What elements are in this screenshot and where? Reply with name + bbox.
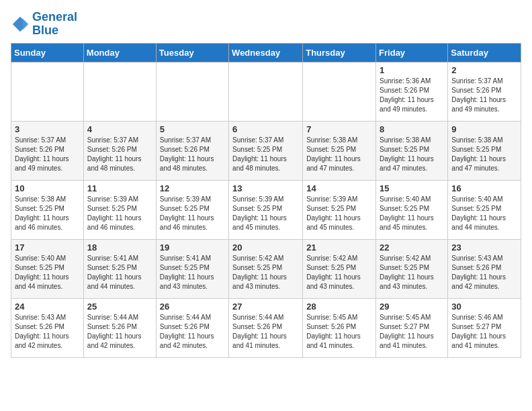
calendar-cell: 28Sunrise: 5:45 AM Sunset: 5:26 PM Dayli… bbox=[303, 298, 376, 357]
header-row: SundayMondayTuesdayWednesdayThursdayFrid… bbox=[11, 43, 521, 62]
day-number: 29 bbox=[380, 302, 444, 312]
day-number: 2 bbox=[451, 65, 517, 75]
day-number: 13 bbox=[232, 183, 299, 193]
calendar-cell: 3Sunrise: 5:37 AM Sunset: 5:26 PM Daylig… bbox=[11, 121, 84, 180]
cell-info: Sunrise: 5:38 AM Sunset: 5:25 PM Dayligh… bbox=[15, 195, 80, 232]
day-number: 7 bbox=[306, 124, 372, 134]
calendar-cell: 16Sunrise: 5:40 AM Sunset: 5:25 PM Dayli… bbox=[448, 180, 521, 239]
week-row-4: 17Sunrise: 5:40 AM Sunset: 5:25 PM Dayli… bbox=[11, 239, 521, 298]
day-number: 25 bbox=[87, 302, 152, 312]
cell-info: Sunrise: 5:41 AM Sunset: 5:25 PM Dayligh… bbox=[87, 254, 152, 291]
day-number: 11 bbox=[87, 183, 152, 193]
col-header-thursday: Thursday bbox=[303, 43, 376, 62]
cell-info: Sunrise: 5:45 AM Sunset: 5:27 PM Dayligh… bbox=[380, 313, 444, 351]
day-number: 14 bbox=[306, 183, 372, 193]
cell-info: Sunrise: 5:37 AM Sunset: 5:26 PM Dayligh… bbox=[15, 136, 80, 173]
day-number: 3 bbox=[15, 124, 80, 134]
cell-info: Sunrise: 5:44 AM Sunset: 5:26 PM Dayligh… bbox=[232, 313, 299, 351]
col-header-wednesday: Wednesday bbox=[229, 43, 303, 62]
calendar-cell: 4Sunrise: 5:37 AM Sunset: 5:26 PM Daylig… bbox=[83, 121, 156, 180]
calendar-cell: 19Sunrise: 5:41 AM Sunset: 5:25 PM Dayli… bbox=[156, 239, 228, 298]
cell-info: Sunrise: 5:42 AM Sunset: 5:25 PM Dayligh… bbox=[306, 254, 372, 291]
day-number: 4 bbox=[87, 124, 152, 134]
calendar-cell: 13Sunrise: 5:39 AM Sunset: 5:25 PM Dayli… bbox=[229, 180, 303, 239]
day-number: 28 bbox=[306, 302, 372, 312]
col-header-saturday: Saturday bbox=[448, 43, 521, 62]
calendar-cell: 17Sunrise: 5:40 AM Sunset: 5:25 PM Dayli… bbox=[11, 239, 84, 298]
svg-marker-1 bbox=[23, 18, 28, 30]
week-row-2: 3Sunrise: 5:37 AM Sunset: 5:26 PM Daylig… bbox=[11, 121, 521, 180]
week-row-3: 10Sunrise: 5:38 AM Sunset: 5:25 PM Dayli… bbox=[11, 180, 521, 239]
calendar-cell: 21Sunrise: 5:42 AM Sunset: 5:25 PM Dayli… bbox=[303, 239, 376, 298]
logo-icon bbox=[11, 15, 30, 34]
day-number: 20 bbox=[232, 242, 299, 253]
cell-info: Sunrise: 5:38 AM Sunset: 5:25 PM Dayligh… bbox=[451, 136, 517, 173]
calendar-cell: 29Sunrise: 5:45 AM Sunset: 5:27 PM Dayli… bbox=[376, 298, 448, 357]
day-number: 22 bbox=[380, 242, 444, 253]
day-number: 30 bbox=[451, 302, 517, 312]
day-number: 27 bbox=[232, 302, 299, 312]
calendar-cell: 18Sunrise: 5:41 AM Sunset: 5:25 PM Dayli… bbox=[83, 239, 156, 298]
logo: General Blue bbox=[11, 11, 77, 38]
day-number: 16 bbox=[451, 183, 517, 193]
week-row-5: 24Sunrise: 5:43 AM Sunset: 5:26 PM Dayli… bbox=[11, 298, 521, 357]
calendar-cell: 25Sunrise: 5:44 AM Sunset: 5:26 PM Dayli… bbox=[83, 298, 156, 357]
calendar-cell bbox=[229, 62, 303, 121]
cell-info: Sunrise: 5:44 AM Sunset: 5:26 PM Dayligh… bbox=[87, 313, 152, 351]
col-header-monday: Monday bbox=[83, 43, 156, 62]
day-number: 8 bbox=[380, 124, 444, 134]
cell-info: Sunrise: 5:43 AM Sunset: 5:26 PM Dayligh… bbox=[15, 313, 80, 351]
cell-info: Sunrise: 5:40 AM Sunset: 5:25 PM Dayligh… bbox=[15, 254, 80, 291]
calendar-cell: 6Sunrise: 5:37 AM Sunset: 5:25 PM Daylig… bbox=[229, 121, 303, 180]
calendar-cell: 23Sunrise: 5:43 AM Sunset: 5:26 PM Dayli… bbox=[448, 239, 521, 298]
calendar-cell: 15Sunrise: 5:40 AM Sunset: 5:25 PM Dayli… bbox=[376, 180, 448, 239]
calendar-cell bbox=[156, 62, 228, 121]
day-number: 26 bbox=[160, 302, 225, 312]
day-number: 18 bbox=[87, 242, 152, 253]
calendar-cell bbox=[11, 62, 84, 121]
cell-info: Sunrise: 5:40 AM Sunset: 5:25 PM Dayligh… bbox=[451, 195, 517, 232]
cell-info: Sunrise: 5:39 AM Sunset: 5:25 PM Dayligh… bbox=[306, 195, 372, 232]
day-number: 19 bbox=[160, 242, 225, 253]
calendar-cell: 9Sunrise: 5:38 AM Sunset: 5:25 PM Daylig… bbox=[448, 121, 521, 180]
day-number: 15 bbox=[380, 183, 444, 193]
calendar-cell: 8Sunrise: 5:38 AM Sunset: 5:25 PM Daylig… bbox=[376, 121, 448, 180]
day-number: 5 bbox=[160, 124, 225, 134]
calendar-cell: 10Sunrise: 5:38 AM Sunset: 5:25 PM Dayli… bbox=[11, 180, 84, 239]
calendar-cell: 1Sunrise: 5:36 AM Sunset: 5:26 PM Daylig… bbox=[376, 62, 448, 121]
cell-info: Sunrise: 5:37 AM Sunset: 5:26 PM Dayligh… bbox=[87, 136, 152, 173]
calendar-cell: 2Sunrise: 5:37 AM Sunset: 5:26 PM Daylig… bbox=[448, 62, 521, 121]
calendar-cell: 24Sunrise: 5:43 AM Sunset: 5:26 PM Dayli… bbox=[11, 298, 84, 357]
cell-info: Sunrise: 5:42 AM Sunset: 5:25 PM Dayligh… bbox=[380, 254, 444, 291]
calendar-cell: 30Sunrise: 5:46 AM Sunset: 5:27 PM Dayli… bbox=[448, 298, 521, 357]
day-number: 23 bbox=[451, 242, 517, 253]
cell-info: Sunrise: 5:37 AM Sunset: 5:26 PM Dayligh… bbox=[451, 77, 517, 114]
calendar-cell bbox=[303, 62, 376, 121]
week-row-1: 1Sunrise: 5:36 AM Sunset: 5:26 PM Daylig… bbox=[11, 62, 521, 121]
cell-info: Sunrise: 5:39 AM Sunset: 5:25 PM Dayligh… bbox=[160, 195, 225, 232]
col-header-sunday: Sunday bbox=[11, 43, 84, 62]
day-number: 21 bbox=[306, 242, 372, 253]
calendar-cell: 27Sunrise: 5:44 AM Sunset: 5:26 PM Dayli… bbox=[229, 298, 303, 357]
cell-info: Sunrise: 5:37 AM Sunset: 5:26 PM Dayligh… bbox=[160, 136, 225, 173]
day-number: 12 bbox=[160, 183, 225, 193]
calendar-cell: 7Sunrise: 5:38 AM Sunset: 5:25 PM Daylig… bbox=[303, 121, 376, 180]
cell-info: Sunrise: 5:39 AM Sunset: 5:25 PM Dayligh… bbox=[87, 195, 152, 232]
cell-info: Sunrise: 5:37 AM Sunset: 5:25 PM Dayligh… bbox=[232, 136, 299, 173]
cell-info: Sunrise: 5:46 AM Sunset: 5:27 PM Dayligh… bbox=[451, 313, 517, 351]
cell-info: Sunrise: 5:43 AM Sunset: 5:26 PM Dayligh… bbox=[451, 254, 517, 291]
calendar-cell: 20Sunrise: 5:42 AM Sunset: 5:25 PM Dayli… bbox=[229, 239, 303, 298]
day-number: 9 bbox=[451, 124, 517, 134]
page-header: General Blue bbox=[11, 11, 521, 38]
day-number: 10 bbox=[15, 183, 80, 193]
cell-info: Sunrise: 5:44 AM Sunset: 5:26 PM Dayligh… bbox=[160, 313, 225, 351]
cell-info: Sunrise: 5:45 AM Sunset: 5:26 PM Dayligh… bbox=[306, 313, 372, 351]
cell-info: Sunrise: 5:36 AM Sunset: 5:26 PM Dayligh… bbox=[380, 77, 444, 114]
calendar-cell: 22Sunrise: 5:42 AM Sunset: 5:25 PM Dayli… bbox=[376, 239, 448, 298]
cell-info: Sunrise: 5:38 AM Sunset: 5:25 PM Dayligh… bbox=[306, 136, 372, 173]
cell-info: Sunrise: 5:38 AM Sunset: 5:25 PM Dayligh… bbox=[380, 136, 444, 173]
calendar-cell: 14Sunrise: 5:39 AM Sunset: 5:25 PM Dayli… bbox=[303, 180, 376, 239]
col-header-friday: Friday bbox=[376, 43, 448, 62]
day-number: 1 bbox=[380, 65, 444, 75]
cell-info: Sunrise: 5:42 AM Sunset: 5:25 PM Dayligh… bbox=[232, 254, 299, 291]
